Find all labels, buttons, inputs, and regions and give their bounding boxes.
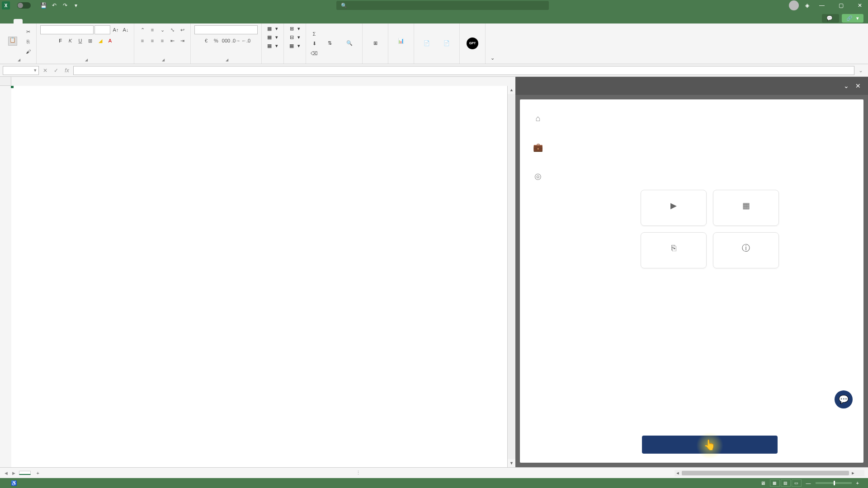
spreadsheet-grid[interactable]: ▲ ▼ (0, 77, 515, 467)
comma-icon[interactable]: 000 (222, 36, 231, 45)
formula-input[interactable] (73, 66, 854, 75)
tab-acrobat[interactable] (95, 19, 104, 23)
minimize-button[interactable]: — (816, 2, 828, 9)
horizontal-scrollbar[interactable]: ◄ ► (675, 470, 864, 476)
paste-button[interactable]: 📋 (4, 36, 22, 47)
upgrade-plan-button[interactable]: › 👆 (642, 436, 778, 454)
increase-font-icon[interactable]: A↑ (111, 25, 120, 34)
page-break-view-icon[interactable]: ▭ (792, 479, 802, 487)
diamond-icon[interactable]: ◈ (805, 2, 809, 9)
fill-icon[interactable]: ⬇ (310, 39, 319, 48)
normal-view-icon[interactable]: ▦ (770, 479, 780, 487)
autosum-icon[interactable]: Σ (310, 29, 319, 38)
indent-decrease-icon[interactable]: ⇤ (168, 36, 177, 45)
tab-view[interactable] (68, 19, 77, 23)
tab-data[interactable] (50, 19, 59, 23)
collapse-ribbon-button[interactable]: ⌄ (486, 23, 499, 64)
search-box[interactable]: 🔍 (336, 1, 549, 10)
decrease-decimal-icon[interactable]: ←.0 (241, 36, 250, 45)
undo-icon[interactable]: ↶ (51, 2, 58, 9)
bold-button[interactable]: F (56, 36, 65, 45)
scroll-up-icon[interactable]: ▲ (508, 86, 515, 94)
scroll-down-icon[interactable]: ▼ (508, 459, 515, 467)
font-size-select[interactable] (94, 25, 110, 34)
pdf-share-link-button[interactable]: 📄 (418, 39, 436, 48)
italic-button[interactable]: K (66, 36, 75, 45)
sheet-next-icon[interactable]: ► (11, 470, 16, 476)
currency-icon[interactable]: € (202, 36, 211, 45)
align-bottom-icon[interactable]: ⌄ (158, 25, 167, 34)
align-middle-icon[interactable]: ≡ (148, 25, 157, 34)
taskpane-close-icon[interactable]: ✕ (855, 82, 861, 89)
zoom-out-button[interactable]: — (806, 480, 811, 486)
indent-increase-icon[interactable]: ⇥ (178, 36, 187, 45)
zoom-slider[interactable] (816, 482, 852, 484)
sheet-tab[interactable] (19, 471, 31, 475)
data-analysis-button[interactable]: 📊 (392, 37, 410, 46)
active-cell[interactable] (11, 86, 13, 88)
align-center-icon[interactable]: ≡ (148, 36, 157, 45)
wrap-text-icon[interactable]: ↩ (178, 25, 187, 34)
sheet-prev-icon[interactable]: ◄ (4, 470, 9, 476)
cell-styles-button[interactable]: ▦ ▾ (265, 42, 280, 49)
examples-card[interactable]: ▦ (713, 190, 779, 226)
display-settings[interactable]: 🖥 (760, 480, 765, 486)
comments-button[interactable]: 💬 (822, 14, 839, 23)
troubleshoot-card[interactable]: ⓘ (713, 232, 779, 268)
qat-customize-icon[interactable]: ▾ (72, 2, 80, 9)
sort-filter-button[interactable]: ⇅ (321, 39, 339, 48)
zoom-in-button[interactable]: + (856, 480, 859, 486)
maximize-button[interactable]: ▢ (835, 2, 847, 9)
taskpane-collapse-icon[interactable]: ⌄ (844, 82, 849, 89)
save-icon[interactable]: 💾 (40, 2, 47, 9)
tab-insert[interactable] (23, 19, 32, 23)
fill-color-button[interactable]: ◢ (96, 36, 105, 45)
enter-formula-icon[interactable]: ✓ (52, 66, 61, 75)
border-button[interactable]: ⊞ (86, 36, 95, 45)
page-layout-view-icon[interactable]: ▤ (781, 479, 791, 487)
pdf-share-outlook-button[interactable]: 📄 (438, 39, 456, 48)
copy-icon[interactable]: ⎘ (24, 37, 33, 46)
decrease-font-icon[interactable]: A↓ (121, 25, 130, 34)
delete-cells-button[interactable]: ⊟ ▾ (288, 34, 302, 41)
format-cells-button[interactable]: ▦ ▾ (288, 42, 302, 49)
scroll-right-icon[interactable]: ► (850, 471, 856, 475)
chat-bubble-button[interactable]: 💬 (835, 390, 853, 408)
redo-icon[interactable]: ↷ (61, 2, 69, 9)
underline-button[interactable]: U (76, 36, 85, 45)
briefcase-icon[interactable]: 💼 (533, 142, 543, 153)
home-icon[interactable]: ⌂ (533, 113, 543, 124)
tab-developer[interactable] (77, 19, 86, 23)
cancel-formula-icon[interactable]: ✕ (41, 66, 50, 75)
launcher-icon[interactable]: ◢ (226, 58, 228, 62)
cut-icon[interactable]: ✂ (24, 27, 33, 36)
tab-home[interactable] (14, 19, 23, 23)
tab-review[interactable] (59, 19, 68, 23)
chatgpt-button[interactable]: GPT (463, 37, 481, 51)
launcher-icon[interactable]: ◢ (162, 58, 165, 62)
conditional-formatting-button[interactable]: ▦ ▾ (265, 25, 280, 32)
tab-file[interactable] (5, 19, 14, 23)
accessibility-status[interactable]: ♿ (11, 480, 17, 486)
clear-icon[interactable]: ⌫ (310, 49, 319, 58)
user-avatar[interactable] (789, 0, 799, 10)
align-right-icon[interactable]: ≡ (158, 36, 167, 45)
tab-help[interactable] (86, 19, 95, 23)
launcher-icon[interactable]: ◢ (18, 58, 20, 62)
select-all-button[interactable] (0, 77, 11, 86)
tab-layout[interactable] (32, 19, 41, 23)
number-format-select[interactable] (194, 25, 258, 34)
target-icon[interactable]: ◎ (533, 171, 543, 182)
format-painter-icon[interactable]: 🖌 (24, 47, 33, 56)
vertical-scrollbar[interactable]: ▲ ▼ (507, 86, 515, 467)
autosave-toggle[interactable] (14, 2, 31, 9)
orientation-icon[interactable]: ⤡ (168, 25, 177, 34)
addins-button[interactable]: ⊞ (366, 39, 384, 48)
percent-icon[interactable]: % (212, 36, 221, 45)
scroll-left-icon[interactable]: ◄ (675, 471, 681, 475)
fx-icon[interactable]: fx (62, 66, 71, 75)
close-button[interactable]: ✕ (854, 2, 866, 9)
align-top-icon[interactable]: ⌃ (138, 25, 147, 34)
ai-functions-card[interactable]: ▶ (641, 190, 707, 226)
insert-cells-button[interactable]: ⊞ ▾ (288, 25, 302, 32)
